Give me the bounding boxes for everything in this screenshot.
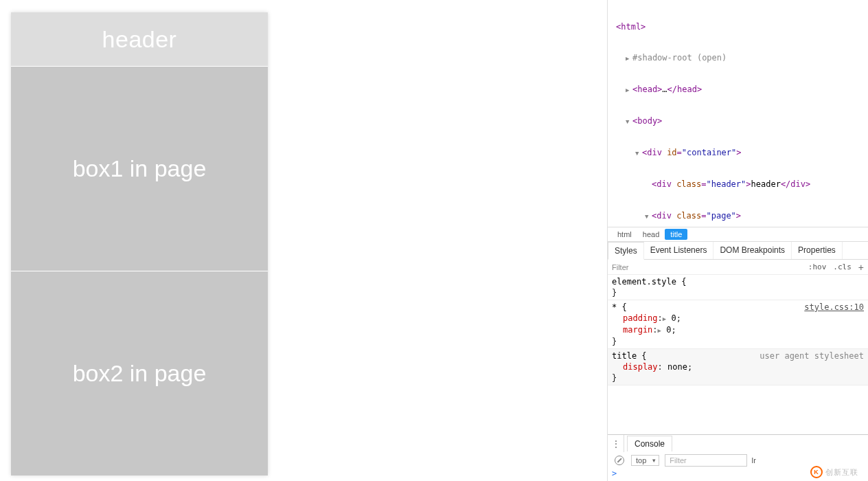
tab-properties[interactable]: Properties: [792, 242, 843, 259]
source-link[interactable]: style.css:10: [804, 302, 864, 313]
tab-dom-breakpoints[interactable]: DOM Breakpoints: [713, 242, 792, 259]
elements-tree[interactable]: <html> ▶#shadow-root (open) ▶<head>…</he…: [608, 0, 868, 227]
cls-toggle[interactable]: .cls: [833, 262, 852, 271]
breadcrumb-trail[interactable]: html head title: [608, 227, 868, 242]
new-style-rule-button[interactable]: +: [858, 262, 864, 273]
styles-filter-input[interactable]: Filter: [612, 263, 628, 271]
crumb-html[interactable]: html: [612, 229, 637, 240]
tab-event-listeners[interactable]: Event Listeners: [644, 242, 714, 259]
styles-tabs: Styles Event Listeners DOM Breakpoints P…: [608, 242, 868, 260]
preview-header: header: [11, 12, 268, 66]
hov-toggle[interactable]: :hov: [808, 262, 827, 271]
crumb-head[interactable]: head: [637, 229, 665, 240]
preview-box1: box1 in page: [11, 66, 268, 271]
clear-console-icon[interactable]: [615, 456, 624, 465]
watermark-logo-icon: K: [810, 466, 823, 478]
preview-box2: box2 in page: [11, 271, 268, 476]
console-menu-icon[interactable]: ⋮: [608, 435, 624, 452]
crumb-title[interactable]: title: [665, 229, 687, 240]
log-level-label: Ir: [751, 456, 756, 465]
styles-rules[interactable]: element.style { } style.css:10 * { paddi…: [608, 275, 868, 434]
console-tab[interactable]: Console: [627, 436, 672, 451]
tab-styles[interactable]: Styles: [608, 242, 644, 260]
ua-stylesheet-label: user agent stylesheet: [760, 350, 864, 361]
rendered-page-preview: header box1 in page box2 in page: [11, 12, 268, 476]
watermark: K 创新互联: [810, 466, 858, 478]
context-selector[interactable]: top: [631, 455, 659, 466]
console-filter-input[interactable]: Filter: [665, 454, 747, 467]
styles-filter-row: Filter :hov .cls +: [608, 260, 868, 275]
devtools-panel: <html> ▶#shadow-root (open) ▶<head>…</he…: [607, 0, 868, 481]
